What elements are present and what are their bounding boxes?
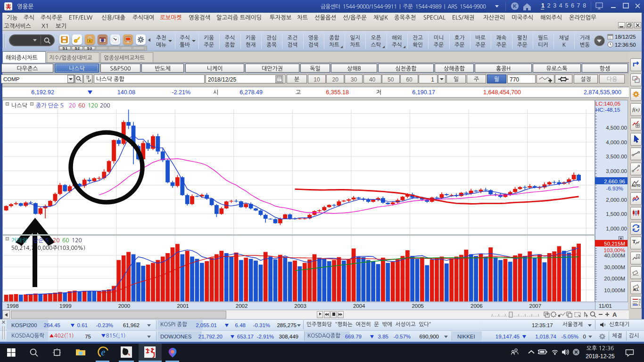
svg-text:1: 1 <box>637 255 639 259</box>
svg-text:K: K <box>513 3 517 9</box>
svg-text:e: e <box>101 347 106 357</box>
svg-text:T: T <box>632 239 636 244</box>
svg-text:L: L <box>639 303 640 306</box>
svg-text:A: A <box>612 311 617 318</box>
svg-text:AUTO: AUTO <box>632 184 640 187</box>
svg-text:ALL: ALL <box>633 288 639 291</box>
svg-text:f(x): f(x) <box>632 107 640 113</box>
